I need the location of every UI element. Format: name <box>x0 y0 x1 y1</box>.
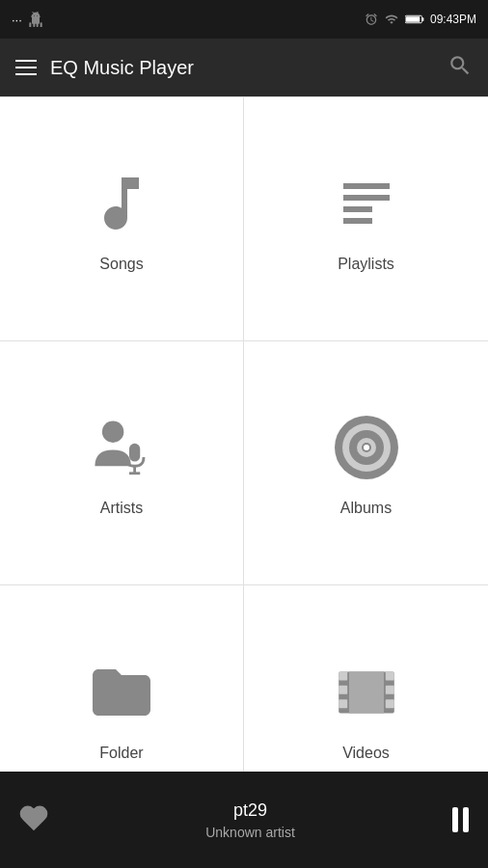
svg-point-12 <box>364 445 369 450</box>
playlists-icon-container <box>328 165 405 242</box>
svg-rect-15 <box>339 685 347 693</box>
videos-icon-container <box>328 654 405 731</box>
songs-label: Songs <box>99 256 143 273</box>
svg-rect-14 <box>339 671 347 680</box>
album-icon <box>332 413 401 482</box>
playlists-label: Playlists <box>338 256 394 273</box>
status-right: 09:43PM <box>365 13 476 26</box>
pause-button[interactable] <box>452 807 469 832</box>
artist-icon <box>86 412 158 484</box>
track-info: pt29 Unknown artist <box>205 800 295 840</box>
svg-point-3 <box>101 420 123 443</box>
artists-label: Artists <box>100 500 143 517</box>
songs-item[interactable]: Songs <box>0 97 244 341</box>
app-bar-left: EQ Music Player <box>15 57 194 79</box>
alarm-icon <box>365 13 378 26</box>
app-title: EQ Music Player <box>50 57 194 79</box>
svg-rect-20 <box>349 671 384 713</box>
videos-label: Videos <box>342 745 390 762</box>
svg-rect-1 <box>421 17 423 21</box>
svg-rect-19 <box>385 699 393 708</box>
main-grid: Songs Playlists Ar <box>0 96 488 829</box>
albums-item[interactable]: Albums <box>244 341 488 585</box>
folder-label: Folder <box>99 745 143 762</box>
signal-icon <box>384 13 399 26</box>
status-time: 09:43PM <box>430 13 476 26</box>
status-bar: ··· 09:43PM <box>0 0 488 39</box>
pause-bar-left <box>452 807 458 832</box>
artists-item[interactable]: Artists <box>0 341 244 585</box>
hamburger-menu[interactable] <box>15 60 37 75</box>
svg-rect-16 <box>339 699 347 708</box>
folder-icon-container <box>83 654 160 731</box>
music-note-icon <box>87 169 156 238</box>
heart-icon <box>19 803 48 832</box>
favorite-button[interactable] <box>19 803 48 836</box>
svg-rect-18 <box>385 685 393 693</box>
status-left: ··· <box>12 12 43 27</box>
svg-rect-17 <box>385 671 393 680</box>
status-dots: ··· <box>12 13 22 27</box>
track-artist: Unknown artist <box>205 825 295 840</box>
video-icon <box>332 658 401 727</box>
playlist-icon <box>332 169 401 238</box>
folder-icon <box>85 658 158 727</box>
songs-icon-container <box>83 165 160 242</box>
pause-bar-right <box>463 807 469 832</box>
albums-label: Albums <box>340 500 392 517</box>
albums-icon-container <box>328 409 405 486</box>
track-title: pt29 <box>233 800 267 821</box>
search-icon <box>447 53 473 78</box>
svg-rect-2 <box>406 16 420 22</box>
search-button[interactable] <box>447 53 473 82</box>
bottom-player-bar: pt29 Unknown artist <box>0 772 488 868</box>
app-bar: EQ Music Player <box>0 39 488 96</box>
android-icon <box>28 12 43 27</box>
playlists-item[interactable]: Playlists <box>244 97 488 341</box>
battery-icon <box>405 14 424 25</box>
artists-icon-container <box>83 409 160 486</box>
svg-rect-4 <box>129 443 140 461</box>
